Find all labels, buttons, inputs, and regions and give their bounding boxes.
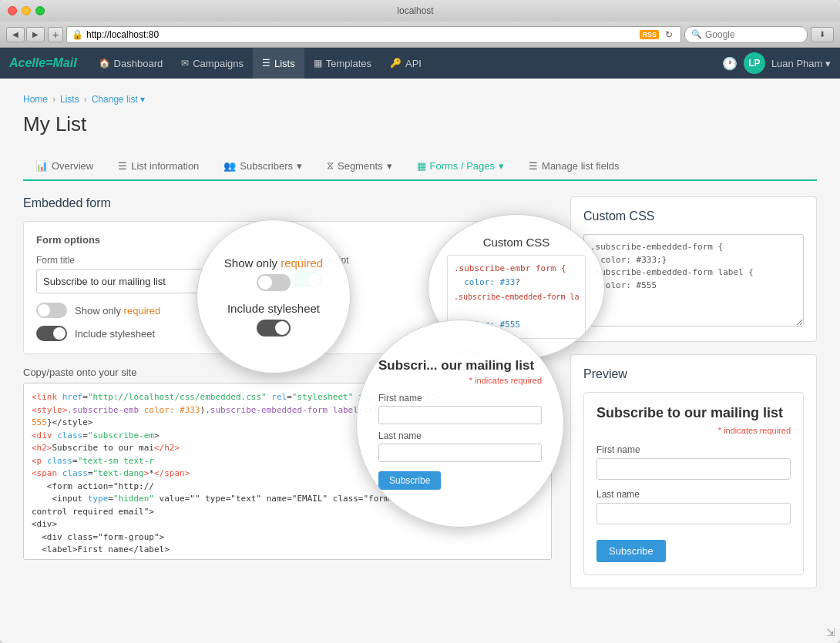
tab-list-info-label: List information: [131, 160, 199, 172]
show-only-required-label: Show only required: [75, 305, 160, 316]
tab-forms-pages[interactable]: ▦ Forms / Pages ▾: [405, 152, 517, 181]
copy-paste-label: Copy/paste onto your site: [23, 367, 552, 378]
api-icon: 🔑: [390, 58, 402, 69]
validate-script-toggle[interactable]: [291, 272, 322, 287]
forward-button[interactable]: ▶: [26, 27, 45, 42]
titlebar: localhost: [0, 0, 840, 22]
nav-campaigns[interactable]: ✉ Campaigns: [172, 48, 253, 79]
search-input[interactable]: [705, 29, 798, 40]
tab-segments-label: Segments: [338, 160, 383, 172]
dashboard-icon: 🏠: [99, 58, 110, 69]
user-menu[interactable]: Luan Pham ▾: [771, 58, 831, 69]
back-button[interactable]: ◀: [6, 27, 25, 42]
window-resize-handle[interactable]: ⇲: [826, 626, 835, 638]
form-title-input[interactable]: [36, 269, 284, 293]
breadcrumb-change-list[interactable]: Change list ▾: [92, 94, 145, 105]
tab-list-information[interactable]: ☰ List information: [106, 152, 211, 181]
preview-card: Preview Subscribe to our mailing list * …: [570, 354, 817, 588]
preview-last-name-input[interactable]: [596, 503, 791, 524]
subscribers-tab-icon: 👥: [223, 160, 236, 172]
tab-manage-list-fields[interactable]: ☰ Manage list fields: [516, 152, 631, 181]
preview-title-label: Preview: [583, 367, 804, 381]
main-content: Home › Lists › Change list ▾ My List 📊 O…: [0, 79, 840, 643]
preview-first-name-input[interactable]: [596, 458, 791, 480]
breadcrumb-home[interactable]: Home: [23, 94, 48, 105]
nav-campaigns-label: Campaigns: [193, 58, 244, 69]
search-bar[interactable]: 🔍: [684, 26, 808, 43]
page-title: My List: [23, 112, 817, 136]
preview-required-notice: * indicates required: [596, 426, 791, 435]
breadcrumb-sep2: ›: [84, 94, 87, 105]
list-info-tab-icon: ☰: [118, 160, 127, 172]
downloads-button[interactable]: ⬇: [811, 27, 834, 42]
campaigns-icon: ✉: [181, 58, 189, 69]
subscribers-dropdown-icon: ▾: [297, 160, 302, 172]
preview-inner: Subscribe to our mailing list * indicate…: [583, 392, 804, 575]
nav-right-section: 🕐 LP Luan Pham ▾: [722, 52, 831, 74]
preview-last-name-group: Last name: [596, 489, 791, 524]
brand-logo: Acelle=Mail: [9, 56, 77, 70]
close-button[interactable]: [8, 6, 17, 15]
maximize-button[interactable]: [35, 6, 45, 15]
nav-buttons: ◀ ▶: [6, 27, 45, 42]
forms-dropdown-icon: ▾: [499, 160, 504, 172]
show-only-required-row: Show only required: [36, 303, 539, 318]
form-options-grid: Form title Validate script: [36, 255, 539, 293]
lock-icon: 🔒: [72, 29, 83, 40]
address-bar[interactable]: 🔒 http://localhost:80 RSS ↻: [66, 26, 681, 43]
minimize-button[interactable]: [22, 6, 31, 15]
nav-lists-label: Lists: [274, 58, 295, 69]
validate-script-toggle-row: [291, 272, 539, 287]
tab-overview-label: Overview: [52, 160, 93, 172]
forms-tab-icon: ▦: [417, 160, 426, 172]
breadcrumb: Home › Lists › Change list ▾: [23, 94, 817, 105]
tab-overview[interactable]: 📊 Overview: [23, 152, 106, 181]
rss-badge: RSS: [640, 30, 659, 39]
segments-dropdown-icon: ▾: [387, 160, 392, 172]
embedded-form-title: Embedded form: [23, 196, 552, 210]
nav-api[interactable]: 🔑 API: [381, 48, 431, 79]
user-avatar: LP: [744, 52, 765, 74]
custom-css-textarea[interactable]: .subscribe-embedded-form { color: #333;}…: [583, 234, 804, 327]
lists-icon: ☰: [262, 58, 270, 69]
show-only-required-toggle[interactable]: [36, 303, 67, 318]
tab-subscribers[interactable]: 👥 Subscribers ▾: [211, 152, 314, 181]
tab-subscribers-label: Subscribers: [240, 160, 293, 172]
templates-icon: ▦: [314, 58, 322, 69]
tab-forms-pages-label: Forms / Pages: [430, 160, 496, 172]
preview-form-title: Subscribe to our mailing list: [596, 405, 791, 421]
preview-subscribe-button[interactable]: Subscribe: [596, 540, 666, 562]
nav-templates[interactable]: ▦ Templates: [304, 48, 381, 79]
tab-segments[interactable]: ⧖ Segments ▾: [314, 152, 405, 181]
reload-button[interactable]: ↻: [662, 29, 676, 40]
copy-paste-section: Copy/paste onto your site <link href="ht…: [23, 367, 552, 560]
search-icon: 🔍: [691, 29, 702, 39]
url-input[interactable]: http://localhost:80: [86, 29, 637, 40]
custom-css-card: Custom CSS .subscribe-embedded-form { co…: [570, 196, 817, 342]
tab-manage-fields-label: Manage list fields: [542, 160, 619, 172]
breadcrumb-lists[interactable]: Lists: [60, 94, 79, 105]
form-options-card: Form options Form title Validate script: [23, 221, 552, 354]
new-tab-button[interactable]: +: [48, 27, 63, 42]
nav-dashboard[interactable]: 🏠 Dashboard: [89, 48, 173, 79]
preview-first-name-group: First name: [596, 444, 791, 480]
include-stylesheet-label: Include stylesheet: [75, 328, 155, 340]
form-options-title: Form options: [36, 234, 539, 246]
nav-dashboard-label: Dashboard: [114, 58, 163, 69]
window-title: localhost: [49, 5, 781, 16]
app-navbar: Acelle=Mail 🏠 Dashboard ✉ Campaigns ☰ Li…: [0, 48, 840, 79]
nav-templates-label: Templates: [326, 58, 371, 69]
right-column: Custom CSS .subscribe-embedded-form { co…: [570, 196, 817, 588]
code-box[interactable]: <link href="http://localhost/css/embedde…: [23, 383, 552, 560]
nav-lists[interactable]: ☰ Lists: [253, 48, 304, 79]
app-window: localhost ◀ ▶ + 🔒 http://localhost:80 RS…: [0, 0, 840, 643]
manage-fields-tab-icon: ☰: [529, 160, 538, 172]
segments-tab-icon: ⧖: [327, 159, 334, 172]
preview-last-name-label: Last name: [596, 489, 791, 500]
form-title-field: Form title: [36, 255, 284, 293]
form-title-label: Form title: [36, 255, 284, 266]
custom-css-title: Custom CSS: [583, 209, 804, 223]
include-stylesheet-toggle[interactable]: [36, 326, 67, 341]
history-button[interactable]: 🕐: [722, 56, 738, 71]
brand-mail: Mail: [52, 56, 76, 69]
